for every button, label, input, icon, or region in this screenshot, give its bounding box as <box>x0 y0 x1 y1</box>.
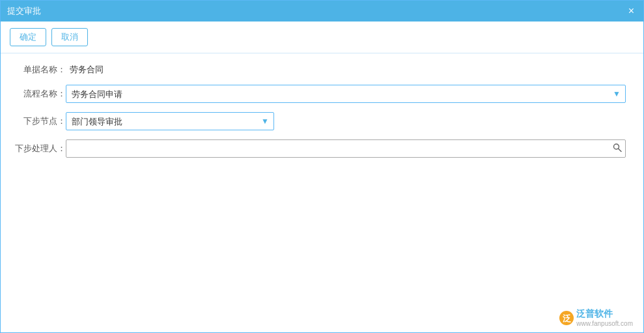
confirm-button[interactable]: 确定 <box>10 28 46 46</box>
next-node-select[interactable]: 部门领导审批 <box>66 112 274 130</box>
process-name-label: 流程名称： <box>14 88 66 100</box>
next-node-select-wrapper: 部门领导审批 ▼ <box>66 112 274 130</box>
form-row-next-node: 下步节点： 部门领导审批 ▼ <box>14 112 630 130</box>
svg-text:泛: 泛 <box>563 313 572 323</box>
dialog-title: 提交审批 <box>7 5 41 17</box>
dialog-titlebar: 提交审批 × <box>1 1 643 22</box>
dialog-body: 单据名称： 劳务合同 流程名称： 劳务合同申请 ▼ 下步节点： 部门领导审批 ▼ <box>1 53 643 303</box>
process-name-select-wrapper: 劳务合同申请 ▼ <box>66 85 626 103</box>
brand-text: 泛普软件 www.fanpusoft.com <box>576 308 633 327</box>
form-row-next-handler: 下步处理人： <box>14 139 630 158</box>
next-handler-input-wrapper <box>66 139 626 158</box>
document-name-value: 劳务合同 <box>66 64 104 76</box>
dialog-container: 提交审批 × 确定 取消 单据名称： 劳务合同 流程名称： 劳务合同申请 ▼ 下… <box>0 0 644 333</box>
search-icon <box>613 143 622 152</box>
form-row-document-name: 单据名称： 劳务合同 <box>14 64 630 76</box>
brand-url: www.fanpusoft.com <box>576 320 633 327</box>
brand-icon: 泛 <box>559 311 574 325</box>
document-name-label: 单据名称： <box>14 64 66 76</box>
form-row-process-name: 流程名称： 劳务合同申请 ▼ <box>14 85 630 103</box>
search-icon-button[interactable] <box>613 143 622 154</box>
next-node-label: 下步节点： <box>14 115 66 127</box>
dialog-toolbar: 确定 取消 <box>1 22 643 53</box>
next-handler-label: 下步处理人： <box>14 143 66 154</box>
next-handler-input[interactable] <box>66 139 626 158</box>
dialog-footer: 泛 泛普软件 www.fanpusoft.com <box>1 303 643 332</box>
close-button[interactable]: × <box>626 5 637 18</box>
svg-line-1 <box>619 149 622 152</box>
process-name-select[interactable]: 劳务合同申请 <box>66 85 626 103</box>
cancel-button[interactable]: 取消 <box>51 28 88 46</box>
brand-name: 泛普软件 <box>576 308 613 320</box>
brand-logo: 泛 泛普软件 www.fanpusoft.com <box>559 308 633 327</box>
